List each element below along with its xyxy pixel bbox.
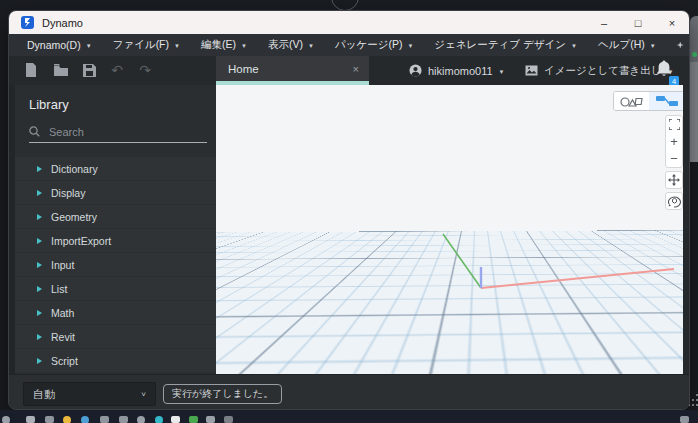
taskbar-app-10[interactable] [171,416,180,423]
taskbar-app-13[interactable] [224,416,233,423]
chevron-right-icon [37,286,42,292]
graph-view-button[interactable] [649,92,683,110]
background-window-fragment-2 [690,62,698,162]
library-item-revit[interactable]: Revit [15,325,216,348]
pan-button[interactable] [665,171,683,189]
chevron-right-icon [37,310,42,316]
redo-button[interactable]: ↷ [137,62,153,78]
undo-button[interactable]: ↶ [109,62,125,78]
library-search[interactable] [29,121,207,143]
taskbar-app-5[interactable] [81,416,89,423]
geometry-shapes-icon [620,95,644,108]
menu-help[interactable]: ヘルプ(H)▼ [590,34,664,56]
zoom-out-button[interactable]: − [665,150,683,167]
dynamo-logo-icon [21,16,34,29]
orbit-icon [668,195,681,208]
library-item-dictionary[interactable]: Dictionary [15,157,216,180]
fit-view-icon [669,119,680,130]
chevron-down-icon: ▼ [174,43,180,49]
taskbar-app-1[interactable] [2,416,10,423]
tab-close-icon[interactable]: × [353,63,369,75]
library-item-script[interactable]: Script [15,349,216,372]
window-right-edge [683,85,690,374]
library-item-input[interactable]: Input [15,253,216,276]
chevron-right-icon [37,214,42,220]
taskbar-app-3[interactable] [45,416,54,423]
new-file-icon [25,63,37,77]
menu-generative-design[interactable]: ジェネレーティブ デザイン▼ [426,34,585,56]
taskbar-app-7[interactable] [119,416,128,423]
run-mode-value: 自動 [33,387,141,402]
library-title: Library [29,97,216,112]
library-item-importexport[interactable]: ImportExport [15,229,216,252]
workspace-canvas[interactable]: + − [216,85,683,374]
library-item-display[interactable]: Display [15,181,216,204]
image-icon [525,65,538,76]
new-file-button[interactable] [23,62,39,78]
chevron-down-icon: ▼ [571,43,577,49]
chevron-down-icon: ▼ [241,43,247,49]
tab-home-label: Home [216,63,353,75]
username: hikimomo011 [428,65,493,77]
chevron-right-icon [37,238,42,244]
menu-packages[interactable]: パッケージ(P)▼ [327,34,421,56]
chevron-right-icon [37,190,42,196]
toolbar: ↶ ↷ Home × hikimomo011 ▼ [9,56,689,85]
chevron-down-icon: ▼ [308,43,314,49]
chevron-down-icon: ˅ [141,390,146,399]
menu-dynamo[interactable]: Dynamo(D)▼ [19,34,100,56]
extensions-icon [677,42,684,49]
menu-edit[interactable]: 編集(E)▼ [193,34,255,56]
open-file-button[interactable] [53,62,69,78]
taskbar-app-14[interactable] [680,416,689,423]
menu-bar: Dynamo(D)▼ ファイル(F)▼ 編集(E)▼ 表示(V)▼ パッケージ(… [9,34,689,56]
tab-home[interactable]: Home × [216,56,369,85]
zoom-in-button[interactable]: + [665,133,683,150]
title-bar[interactable]: Dynamo – □ × [9,11,689,34]
taskbar-app-2[interactable] [26,416,35,423]
graph-nodes-icon [655,95,679,108]
ground-grid [216,144,683,234]
save-button[interactable] [81,62,97,78]
screen: Dynamo – □ × Dynamo(D)▼ ファイル(F)▼ 編集(E)▼ … [0,0,698,423]
fit-view-button[interactable] [665,116,683,133]
orbit-button[interactable] [665,192,683,210]
taskbar-app-8[interactable] [137,416,145,423]
menu-file[interactable]: ファイル(F)▼ [105,34,188,56]
chevron-right-icon [37,262,42,268]
geometry-view-button[interactable] [614,92,649,110]
redo-icon: ↷ [139,63,151,77]
taskbar-app-12[interactable] [206,416,215,423]
library-item-list[interactable]: List [15,277,216,300]
view-toggle [613,91,683,111]
taskbar-app-4[interactable] [63,416,71,423]
search-input[interactable] [47,125,187,139]
green-status-dot [692,52,697,57]
maximize-button[interactable]: □ [621,11,655,34]
library-item-math[interactable]: Math [15,301,216,324]
chevron-down-icon: ▼ [407,43,413,49]
chevron-right-icon [37,358,42,364]
background-window-fragment [690,16,698,62]
taskbar[interactable] [0,410,698,423]
chevron-right-icon [37,166,42,172]
chevron-down-icon: ▼ [86,43,92,49]
undo-icon: ↶ [111,63,123,77]
chevron-right-icon [37,334,42,340]
menu-extensions[interactable]: 拡張機能(X) [669,34,690,56]
export-image-menu[interactable]: イメージとして書き出し ▼ [525,56,673,85]
taskbar-app-9[interactable] [155,416,163,423]
chevron-down-icon: ▼ [499,69,505,75]
close-button[interactable]: × [655,11,689,34]
dynamo-window: Dynamo – □ × Dynamo(D)▼ ファイル(F)▼ 編集(E)▼ … [8,10,690,410]
taskbar-app-6[interactable] [100,416,109,423]
pan-icon [668,174,680,186]
menu-view[interactable]: 表示(V)▼ [260,34,322,56]
library-item-geometry[interactable]: Geometry [15,205,216,228]
run-mode-select[interactable]: 自動 ˅ [23,382,156,406]
minimize-button[interactable]: – [587,11,621,34]
account-menu[interactable]: hikimomo011 ▼ [409,56,505,85]
window-title: Dynamo [42,17,83,29]
save-icon [83,64,96,77]
taskbar-app-11[interactable] [189,416,198,423]
